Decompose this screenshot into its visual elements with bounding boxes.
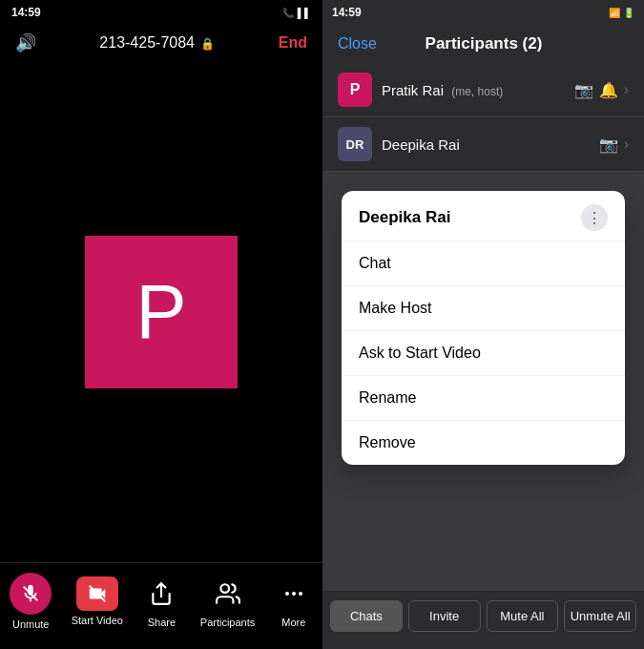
call-header: 🔊 213-425-7084 🔒 End (0, 25, 322, 61)
context-menu-remove[interactable]: Remove (342, 421, 625, 465)
lock-icon: 🔒 (200, 37, 215, 51)
end-button[interactable]: End (279, 34, 307, 52)
left-status-icons: 📞 ▌▌ (282, 8, 311, 18)
chevron-right-icon-2: › (624, 136, 629, 153)
phone-icon: 📞 (282, 8, 294, 18)
context-menu-dots-button[interactable]: ⋮ (581, 204, 608, 231)
participant-avatar-dr: DR (338, 127, 372, 161)
participants-header: Close Participants (2) (322, 25, 644, 63)
phone-number: 213-425-7084 🔒 (99, 34, 215, 52)
left-time: 14:59 (11, 6, 41, 19)
right-status-icons: 📶 🔋 (609, 8, 634, 18)
context-menu-title: Deepika Rai (359, 208, 450, 227)
signal-icon: ▌▌ (298, 8, 311, 18)
unmute-all-button[interactable]: Unmute All (564, 600, 636, 632)
participant-name-pratik: Pratik Rai (me, host) (382, 82, 574, 98)
svg-point-3 (292, 592, 296, 596)
start-video-button[interactable]: Start Video (72, 576, 123, 626)
close-button[interactable]: Close (338, 35, 377, 52)
left-toolbar: Unmute Start Video Share (0, 562, 322, 649)
participants-icon (209, 575, 247, 613)
participant-item[interactable]: P Pratik Rai (me, host) 📷 🔔 › (322, 63, 644, 117)
right-time: 14:59 (332, 6, 362, 19)
svg-point-4 (299, 592, 302, 596)
invite-button[interactable]: Invite (408, 600, 481, 632)
participants-title: Participants (2) (426, 34, 543, 53)
left-status-bar: 14:59 📞 ▌▌ (0, 0, 322, 25)
participant-name-deepika: Deepika Rai (382, 136, 599, 153)
participant-tag-pratik: (me, host) (451, 85, 503, 98)
chevron-right-icon: › (624, 81, 629, 98)
participants-button[interactable]: Participants (200, 575, 255, 628)
context-menu-ask-video[interactable]: Ask to Start Video (342, 331, 625, 376)
context-menu-make-host[interactable]: Make Host (342, 286, 625, 331)
more-button[interactable]: More (275, 575, 313, 628)
more-label: More (281, 617, 305, 628)
caller-avatar: P (85, 236, 238, 388)
context-menu: Deepika Rai ⋮ Chat Make Host Ask to Star… (342, 191, 625, 465)
unmute-button[interactable]: Unmute (10, 573, 52, 630)
right-battery-icon: 🔋 (623, 8, 634, 18)
participant-icons-pratik: 📷 🔔 (574, 81, 618, 99)
more-icon (275, 575, 313, 613)
right-panel: 14:59 📶 🔋 Close Participants (2) P Prati… (322, 0, 644, 649)
share-icon (142, 575, 180, 613)
unmute-icon (10, 573, 52, 615)
chats-button[interactable]: Chats (330, 600, 403, 632)
video-icon (76, 576, 118, 611)
context-menu-rename[interactable]: Rename (342, 376, 625, 421)
right-status-bar: 14:59 📶 🔋 (322, 0, 644, 25)
mute-all-button[interactable]: Mute All (487, 600, 559, 632)
context-menu-chat[interactable]: Chat (342, 241, 625, 286)
participants-list: P Pratik Rai (me, host) 📷 🔔 › DR Deepika… (322, 63, 644, 172)
participant-icons-deepika: 📷 (599, 136, 618, 154)
mic-muted-icon: 🔔 (599, 81, 618, 99)
participant-avatar-p: P (338, 73, 372, 107)
participants-label: Participants (200, 617, 255, 628)
video-off-icon: 📷 (599, 136, 618, 154)
unmute-label: Unmute (12, 618, 50, 630)
start-video-label: Start Video (72, 615, 123, 626)
share-button[interactable]: Share (142, 575, 180, 628)
right-signal-icon: 📶 (609, 8, 620, 18)
call-content: P (0, 61, 322, 562)
avatar-letter: P (135, 268, 186, 356)
speaker-icon: 🔊 (15, 32, 36, 53)
left-panel: 14:59 📞 ▌▌ 🔊 213-425-7084 🔒 End P (0, 0, 322, 649)
share-label: Share (148, 617, 176, 628)
svg-point-2 (285, 592, 289, 596)
video-muted-icon: 📷 (574, 81, 593, 99)
right-bottom-toolbar: Chats Invite Mute All Unmute All (322, 591, 644, 649)
context-menu-header: Deepika Rai ⋮ (342, 191, 625, 241)
participant-item[interactable]: DR Deepika Rai 📷 › (322, 117, 644, 172)
